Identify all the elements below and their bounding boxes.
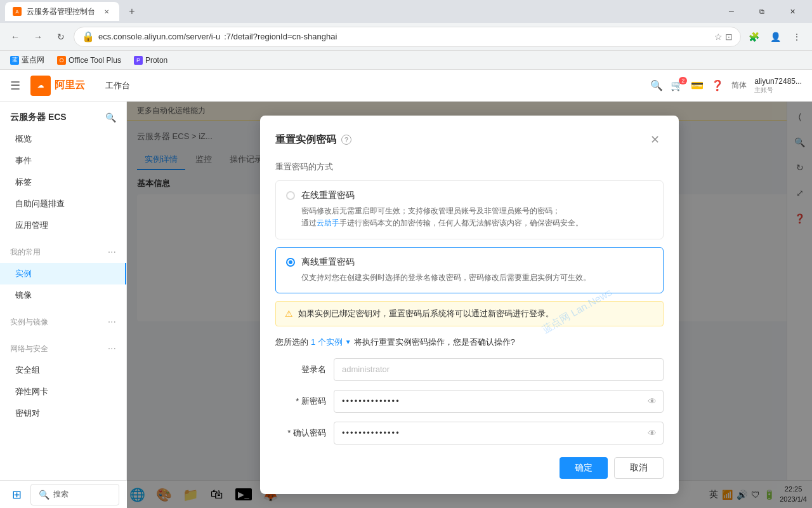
address-left: ecs.console.aliyun.com/server/i-u xyxy=(98,32,220,41)
reset-password-modal: 重置实例密码 ? ✕ 重置密码的方式 在线重置密码 xyxy=(260,116,679,494)
taskbar-search[interactable]: 🔍 搜索 xyxy=(30,484,119,505)
cancel-btn[interactable]: 取消 xyxy=(614,457,664,479)
bookmark-office-favicon: O xyxy=(57,56,66,65)
sidebar-section-myuse: 我的常用 ··· xyxy=(0,241,126,263)
back-btn[interactable]: ← xyxy=(5,27,25,47)
option1-desc-p1: 密码修改后无需重启即可生效；支持修改管理员账号及非管理员账号的密码； xyxy=(301,206,560,215)
option2-radio[interactable] xyxy=(286,258,295,267)
option2-desc: 仅支持对您在创建实例时选择的登录名修改密码，密码修改后需要重启实例方可生效。 xyxy=(301,272,591,284)
modal-footer: 确定 取消 xyxy=(275,457,664,479)
bookmark-blue[interactable]: 蓝 蓝点网 xyxy=(5,53,49,67)
confirm-password-eye-icon[interactable]: 👁 xyxy=(648,428,657,438)
sidebar-item-overview[interactable]: 概览 xyxy=(0,128,126,150)
sidebar-title: 云服务器 ECS 🔍 xyxy=(0,107,126,128)
sidebar-item-events-label: 事件 xyxy=(15,155,32,166)
confirm-password-input[interactable] xyxy=(342,428,655,438)
new-tab-btn[interactable]: + xyxy=(123,3,141,20)
sidebar-item-images[interactable]: 镜像 xyxy=(0,284,126,306)
dropdown-arrow-icon[interactable]: ▼ xyxy=(345,338,351,345)
confirm-prefix: 您所选的 xyxy=(275,337,308,348)
bookmark-office-label: Office Tool Plus xyxy=(69,56,121,65)
modal-title-group: 重置实例密码 ? xyxy=(275,133,351,147)
tab-favicon: A xyxy=(13,7,22,16)
modal-help-icon[interactable]: ? xyxy=(341,135,351,145)
new-password-input[interactable] xyxy=(342,396,655,406)
browser-tab[interactable]: A 云服务器管理控制台 ✕ xyxy=(5,2,119,21)
user-info[interactable]: aliyun72485... 主账号 xyxy=(754,77,802,95)
sidebar-title-text: 云服务器 ECS xyxy=(10,112,67,123)
nav-workbench[interactable]: 工作台 xyxy=(105,80,130,91)
option1-card[interactable]: 在线重置密码 密码修改后无需重启即可生效；支持修改管理员账号及非管理员账号的密码… xyxy=(275,180,664,239)
warning-icon: ⚠ xyxy=(285,309,293,319)
instance-count: 1 个实例 xyxy=(311,337,343,348)
modal-backdrop: 蓝点网 Lan.News 重置实例密码 ? ✕ 重置密码的方式 xyxy=(127,102,812,508)
minimize-btn[interactable]: ─ xyxy=(717,0,746,23)
browser-content: ☰ ☁ 阿里云 工作台 🔍 🛒 2 💳 ❓ 简体 xyxy=(0,70,812,508)
bookmark-office[interactable]: O Office Tool Plus xyxy=(52,53,126,67)
confirm-suffix: 将执行重置实例密码操作，您是否确认操作? xyxy=(354,337,515,348)
modal-close-btn[interactable]: ✕ xyxy=(646,131,664,149)
extensions-btn[interactable]: 🧩 xyxy=(743,27,764,47)
bookmark-blue-label: 蓝点网 xyxy=(22,55,44,65)
address-icons: ☆ ⊡ xyxy=(714,32,733,42)
sidebar-section-instance-dots[interactable]: ··· xyxy=(108,316,116,328)
shopping-icon[interactable]: 🛒 2 xyxy=(671,79,683,91)
option2-content: 离线重置密码 仅支持对您在创建实例时选择的登录名修改密码，密码修改后需要重启实例… xyxy=(301,257,591,284)
lang-btn[interactable]: 简体 xyxy=(731,80,747,91)
confirm-text: 您所选的 1 个实例 ▼ 将执行重置实例密码操作，您是否确认操作? xyxy=(275,337,664,348)
sidebar-item-secgroup[interactable]: 安全组 xyxy=(0,359,126,381)
option2-card[interactable]: 离线重置密码 仅支持对您在创建实例时选择的登录名修改密码，密码修改后需要重启实例… xyxy=(275,247,664,293)
login-label: 登录名 xyxy=(275,364,326,375)
windows-icon: ⊞ xyxy=(12,488,22,502)
help-search-icon[interactable]: 🔍 xyxy=(650,79,663,91)
maximize-btn[interactable]: ⧉ xyxy=(747,0,776,23)
sidebar-item-troubleshoot-label: 自助问题排查 xyxy=(15,198,65,210)
sidebar-item-enic-label: 弹性网卡 xyxy=(15,386,48,398)
option1-content: 在线重置密码 密码修改后无需重启即可生效；支持修改管理员账号及非管理员账号的密码… xyxy=(301,190,583,229)
sidebar-item-instances[interactable]: 实例 xyxy=(0,263,126,284)
option1-radio[interactable] xyxy=(286,191,295,200)
aliyun-header: ☰ ☁ 阿里云 工作台 🔍 🛒 2 💳 ❓ 简体 xyxy=(0,70,812,102)
tab-title: 云服务器管理控制台 xyxy=(27,6,95,17)
sidebar-item-tags[interactable]: 标签 xyxy=(0,171,126,193)
new-password-input-wrapper[interactable]: 👁 xyxy=(334,390,664,413)
start-btn[interactable]: ⊞ xyxy=(5,483,28,506)
refresh-btn[interactable]: ↻ xyxy=(51,27,71,47)
win-controls: ─ ⧉ ✕ xyxy=(717,0,807,23)
sidebar-section-network: 网络与安全 ··· xyxy=(0,338,126,359)
order-icon[interactable]: 💳 xyxy=(691,79,704,91)
profile-btn[interactable]: 👤 xyxy=(765,27,785,47)
sidebar: 云服务器 ECS 🔍 概览 事件 标签 自助问题排查 xyxy=(0,102,127,508)
sidebar-toggle-icon[interactable]: ⊡ xyxy=(725,32,733,42)
toolbar-icons: 🧩 👤 ⋮ xyxy=(743,27,807,47)
aliyun-logo[interactable]: ☁ 阿里云 xyxy=(30,76,85,96)
taskbar-search-label: 搜索 xyxy=(53,489,69,500)
user-name: aliyun72485... xyxy=(754,77,802,86)
bookmark-proton[interactable]: P Proton xyxy=(129,53,173,67)
header-menu-icon[interactable]: ☰ xyxy=(10,79,20,93)
tab-close-btn[interactable]: ✕ xyxy=(102,6,112,17)
sidebar-search-icon[interactable]: 🔍 xyxy=(105,112,116,123)
sidebar-section-network-dots[interactable]: ··· xyxy=(108,343,116,354)
bookmark-proton-favicon: P xyxy=(134,56,143,65)
sidebar-item-appmgmt[interactable]: 应用管理 xyxy=(0,215,126,236)
help-icon[interactable]: ❓ xyxy=(711,79,724,91)
sidebar-item-events[interactable]: 事件 xyxy=(0,150,126,171)
sidebar-item-keypairs[interactable]: 密钥对 xyxy=(0,403,126,424)
new-password-eye-icon[interactable]: 👁 xyxy=(648,396,657,406)
forward-btn[interactable]: → xyxy=(28,27,48,47)
close-btn[interactable]: ✕ xyxy=(778,0,807,23)
sidebar-item-enic[interactable]: 弹性网卡 xyxy=(0,381,126,403)
sidebar-section-dots[interactable]: ··· xyxy=(108,246,116,258)
login-input-wrapper[interactable] xyxy=(334,358,664,381)
menu-btn[interactable]: ⋮ xyxy=(787,27,807,47)
star-icon[interactable]: ☆ xyxy=(714,32,723,42)
sidebar-item-keypairs-label: 密钥对 xyxy=(15,408,40,419)
sidebar-item-troubleshoot[interactable]: 自助问题排查 xyxy=(0,193,126,215)
address-bar[interactable]: 🔒 ecs.console.aliyun.com/server/i-u :7/d… xyxy=(74,27,741,47)
confirm-btn[interactable]: 确定 xyxy=(560,457,608,479)
bookmarks-bar: 蓝 蓝点网 O Office Tool Plus P Proton xyxy=(0,51,812,70)
confirm-password-input-wrapper[interactable]: 👁 xyxy=(334,422,664,444)
cloud-assistant-link[interactable]: 云助手 xyxy=(317,218,339,227)
login-input[interactable] xyxy=(342,364,655,374)
